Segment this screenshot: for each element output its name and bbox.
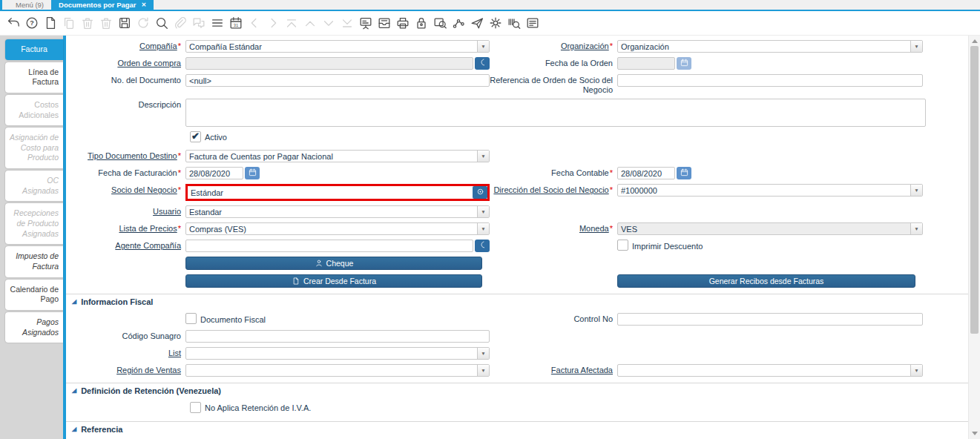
direccion-socio-field[interactable]: #1000000 [617, 184, 923, 197]
tab-documentos-por-pagar[interactable]: Documentos por Pagar [51, 0, 154, 10]
archive-icon[interactable] [377, 16, 392, 30]
scroll-down-arrow[interactable] [972, 432, 978, 435]
moneda-label[interactable]: Moneda [490, 222, 617, 234]
fecha-facturacion-label: Fecha de Facturación [70, 167, 185, 178]
imprimir-descuento-checkbox[interactable] [617, 240, 628, 251]
workflow-icon[interactable] [451, 16, 466, 30]
last-record-icon [340, 16, 355, 30]
usuario-field[interactable]: Estandar [185, 205, 490, 218]
save-icon[interactable] [117, 16, 132, 30]
crear-desde-factura-button[interactable]: Crear Desde Factura [185, 274, 482, 288]
refresh-icon [136, 16, 151, 30]
lista-precios-field[interactable]: Compras (VES) [185, 222, 490, 235]
section-retencion[interactable]: Definición de Retención (Venezuela) [72, 386, 968, 395]
collapse-triangle-icon[interactable] [72, 388, 76, 394]
grid-toggle-icon[interactable] [210, 16, 225, 30]
tab-menu[interactable]: Menú (9) [8, 0, 51, 10]
orden-compra-label[interactable]: Orden de compra [70, 57, 185, 68]
print-icon[interactable] [395, 16, 410, 30]
socio-negocio-info-button[interactable] [473, 186, 487, 199]
sidebar-tab-calendario-de-pago[interactable]: Calendario de Pago [5, 280, 63, 310]
settings-icon[interactable] [488, 16, 503, 30]
chevron-down-icon[interactable] [477, 41, 489, 52]
compania-label[interactable]: Compañía [70, 40, 185, 51]
no-aplica-iva-checkbox[interactable] [190, 402, 201, 413]
chevron-down-icon[interactable] [477, 348, 489, 359]
tab-documentos-label: Documentos por Pagar [59, 1, 137, 9]
fecha-facturacion-field[interactable]: 28/08/2020 [185, 167, 243, 179]
send-icon[interactable] [470, 16, 484, 30]
documento-fiscal-checkbox[interactable] [185, 313, 197, 324]
chevron-down-icon[interactable] [910, 185, 922, 196]
descripcion-field[interactable] [185, 99, 926, 127]
fecha-orden-calendar-button [677, 57, 691, 70]
tipo-documento-field[interactable]: Factura de Cuentas por Pagar Nacional [185, 150, 490, 162]
compania-field[interactable]: Compañía Estándar [185, 40, 490, 53]
product-info-icon[interactable] [507, 16, 522, 30]
chevron-down-icon[interactable] [477, 365, 489, 376]
zoom-across-icon[interactable] [433, 16, 447, 30]
chevron-down-icon[interactable] [910, 41, 922, 52]
sidebar-tab-línea-de-factura[interactable]: Línea de Factura [5, 62, 63, 93]
vertical-scrollbar [968, 36, 980, 439]
collapse-triangle-icon[interactable] [72, 426, 76, 432]
organizacion-field[interactable]: Organización [617, 40, 923, 53]
scroll-up-arrow[interactable] [972, 39, 978, 43]
control-no-field[interactable] [617, 313, 923, 326]
lista-precios-label[interactable]: Lista de Precios [70, 222, 185, 234]
factura-afectada-label[interactable]: Factura Afectada [490, 364, 617, 375]
sidebar-tab-factura[interactable]: Factura [5, 39, 63, 60]
socio-negocio-field[interactable]: Estándar [188, 186, 473, 199]
report-icon[interactable] [358, 16, 373, 30]
quick-form-icon[interactable] [525, 16, 540, 30]
chevron-down-icon[interactable] [477, 223, 489, 234]
sidebar-tab-asignación-de-costo-para-producto: Asignación de Costo para Producto [5, 128, 63, 168]
sidebar-tab-impuesto-de-factura[interactable]: Impuesto de Factura [5, 246, 63, 277]
orden-compra-search-button[interactable] [475, 57, 490, 70]
list-field[interactable] [185, 347, 490, 360]
fecha-facturacion-calendar-button[interactable] [245, 167, 260, 179]
find-icon[interactable] [154, 16, 169, 30]
tab-close-icon[interactable] [142, 1, 147, 8]
chevron-down-icon[interactable] [477, 206, 489, 217]
undo-icon[interactable] [6, 16, 21, 30]
agente-compania-search-button[interactable] [475, 240, 490, 252]
section-divider [66, 383, 968, 383]
calendar-icon [680, 168, 689, 179]
agente-compania-label[interactable]: Agente Compañía [70, 240, 185, 251]
activo-checkbox[interactable] [190, 131, 201, 142]
new-record-icon[interactable] [43, 16, 58, 30]
codigo-sunagro-field[interactable] [185, 330, 490, 343]
tipo-documento-label[interactable]: Tipo Documento Destino [70, 150, 185, 161]
socio-negocio-label[interactable]: Socio del Negocio [70, 184, 185, 195]
sidebar-tab-pagos-asignados[interactable]: Pagos Asignados [5, 312, 63, 343]
direccion-socio-label[interactable]: Dirección del Socio del Negocio [490, 184, 617, 195]
generar-recibos-button[interactable]: Generar Recibos desde Facturas [617, 274, 915, 288]
no-documento-field[interactable]: <null> [185, 74, 490, 87]
attachment-icon [173, 16, 188, 30]
factura-afectada-field[interactable] [617, 364, 923, 377]
help-icon[interactable]: ? [24, 16, 39, 30]
sidebar-tab-oc-asignadas: OC Asignadas [5, 171, 63, 201]
lock-icon[interactable] [414, 16, 429, 30]
referencia-orden-field[interactable] [617, 74, 923, 87]
collapse-triangle-icon[interactable] [72, 299, 76, 305]
section-referencia[interactable]: Referencia [72, 425, 968, 434]
section-informacion-fiscal[interactable]: Informacion Fiscal [72, 297, 968, 306]
region-ventas-label[interactable]: Región de Ventas [70, 364, 185, 375]
fecha-contable-field[interactable]: 28/08/2020 [617, 167, 675, 179]
cheque-button[interactable]: Cheque [185, 257, 482, 270]
fecha-contable-calendar-button[interactable] [677, 167, 691, 179]
list-label[interactable]: List [70, 347, 185, 358]
chevron-down-icon[interactable] [477, 151, 489, 162]
region-ventas-field[interactable] [185, 364, 490, 377]
organizacion-label[interactable]: Organización [490, 40, 617, 51]
agente-compania-field[interactable] [185, 240, 473, 252]
scrollbar-thumb[interactable] [970, 46, 979, 334]
chevron-down-icon[interactable] [910, 365, 922, 376]
section-title: Referencia [81, 425, 122, 434]
activo-label: Activo [205, 131, 227, 142]
calendar-icon[interactable]: 31 [228, 16, 243, 30]
descripcion-label: Descripción [70, 99, 185, 110]
usuario-label[interactable]: Usuario [70, 205, 185, 217]
